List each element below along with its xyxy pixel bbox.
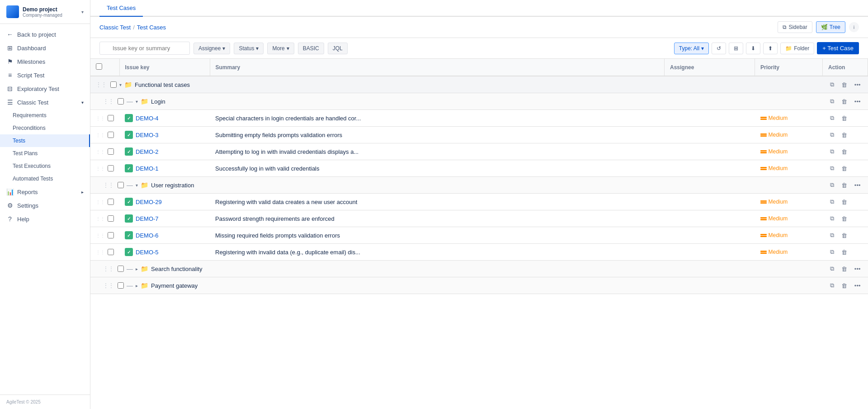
sidebar-item-automated-tests[interactable]: Automated Tests bbox=[0, 172, 90, 185]
group-copy-button-login[interactable]: ⧉ bbox=[828, 97, 836, 106]
group-checkbox-payment[interactable] bbox=[118, 282, 124, 289]
test-key-link-demo3[interactable]: DEMO-3 bbox=[136, 132, 159, 138]
drag-handle-icon-demo3[interactable]: ⋮⋮ bbox=[96, 133, 105, 138]
group-checkbox-user-reg[interactable] bbox=[118, 182, 124, 188]
group-more-button-functional[interactable]: ••• bbox=[853, 80, 863, 89]
group-expand-icon-search[interactable]: ▸ bbox=[136, 266, 138, 271]
row-delete-button-demo2[interactable]: 🗑 bbox=[840, 147, 849, 156]
row-delete-button-demo6[interactable]: 🗑 bbox=[840, 231, 849, 240]
tree-toggle-button[interactable]: 🌿 Tree bbox=[816, 21, 845, 33]
drag-handle-icon-user-reg[interactable]: ⋮⋮ bbox=[103, 182, 114, 188]
group-delete-button-payment[interactable]: 🗑 bbox=[840, 281, 849, 290]
add-test-case-button[interactable]: + Test Case bbox=[817, 42, 859, 54]
test-key-link-demo2[interactable]: DEMO-2 bbox=[136, 148, 159, 155]
test-key-link-demo29[interactable]: DEMO-29 bbox=[136, 199, 162, 205]
row-copy-button-demo2[interactable]: ⧉ bbox=[828, 147, 836, 156]
group-expand-icon-user-reg[interactable]: ▾ bbox=[136, 183, 138, 188]
row-copy-button-demo1[interactable]: ⧉ bbox=[828, 164, 836, 173]
refresh-button[interactable]: ↺ bbox=[712, 43, 726, 54]
group-expand-icon-payment[interactable]: ▸ bbox=[136, 283, 138, 288]
row-checkbox-demo5[interactable] bbox=[108, 249, 114, 255]
group-more-button-user-reg[interactable]: ••• bbox=[853, 181, 863, 190]
row-copy-button-demo5[interactable]: ⧉ bbox=[828, 247, 836, 257]
sidebar-item-exploratory-test[interactable]: ⊟ Exploratory Test bbox=[0, 82, 90, 95]
group-copy-button-functional[interactable]: ⧉ bbox=[828, 80, 836, 89]
test-key-link-demo5[interactable]: DEMO-5 bbox=[136, 249, 159, 256]
group-delete-button-user-reg[interactable]: 🗑 bbox=[840, 181, 849, 190]
row-delete-button-demo4[interactable]: 🗑 bbox=[840, 114, 849, 123]
row-delete-button-demo1[interactable]: 🗑 bbox=[840, 164, 849, 173]
drag-handle-icon-demo5[interactable]: ⋮⋮ bbox=[96, 250, 105, 255]
drag-handle-icon-demo4[interactable]: ⋮⋮ bbox=[96, 116, 105, 121]
drag-handle-icon-demo6[interactable]: ⋮⋮ bbox=[96, 233, 105, 238]
row-copy-button-demo3[interactable]: ⧉ bbox=[828, 130, 836, 139]
upload-button[interactable]: ⬆ bbox=[763, 43, 778, 54]
sidebar-item-dashboard[interactable]: ⊞ Dashboard bbox=[0, 41, 90, 55]
assignee-filter-button[interactable]: Assignee ▾ bbox=[193, 43, 230, 54]
group-copy-button-search[interactable]: ⧉ bbox=[828, 264, 836, 273]
group-more-button-payment[interactable]: ••• bbox=[853, 281, 863, 290]
sidebar-back-to-project[interactable]: ← Back to project bbox=[0, 28, 90, 41]
tab-test-cases[interactable]: Test Cases bbox=[99, 0, 143, 17]
row-delete-button-demo29[interactable]: 🗑 bbox=[840, 197, 849, 206]
row-delete-button-demo3[interactable]: 🗑 bbox=[840, 130, 849, 139]
test-key-link-demo1[interactable]: DEMO-1 bbox=[136, 165, 159, 172]
drag-handle-icon-search[interactable]: ⋮⋮ bbox=[103, 266, 114, 272]
drag-handle-icon-demo29[interactable]: ⋮⋮ bbox=[96, 200, 105, 204]
group-expand-icon-login[interactable]: ▾ bbox=[136, 99, 138, 104]
folder-button[interactable]: 📁 Folder bbox=[780, 43, 814, 54]
sidebar-item-classic-test[interactable]: ☰ Classic Test ▾ bbox=[0, 95, 90, 109]
sidebar-item-tests[interactable]: Tests bbox=[0, 134, 90, 147]
drag-handle-icon-payment[interactable]: ⋮⋮ bbox=[103, 282, 114, 289]
group-more-button-search[interactable]: ••• bbox=[853, 264, 863, 273]
breadcrumb-current[interactable]: Test Cases bbox=[137, 24, 166, 31]
group-checkbox-search[interactable] bbox=[118, 266, 124, 272]
row-copy-button-demo29[interactable]: ⧉ bbox=[828, 197, 836, 206]
columns-button[interactable]: ⊞ bbox=[729, 43, 743, 54]
sidebar-toggle-button[interactable]: ⧉ Sidebar bbox=[778, 21, 812, 33]
group-delete-button-login[interactable]: 🗑 bbox=[840, 97, 849, 106]
group-copy-button-user-reg[interactable]: ⧉ bbox=[828, 181, 836, 190]
sidebar-item-requirements[interactable]: Requirements bbox=[0, 109, 90, 122]
group-delete-button-functional[interactable]: 🗑 bbox=[840, 80, 849, 89]
row-copy-button-demo7[interactable]: ⧉ bbox=[828, 214, 836, 223]
status-filter-button[interactable]: Status ▾ bbox=[234, 43, 264, 54]
row-checkbox-demo2[interactable] bbox=[108, 148, 114, 155]
test-key-link-demo6[interactable]: DEMO-6 bbox=[136, 232, 159, 239]
group-delete-button-search[interactable]: 🗑 bbox=[840, 264, 849, 273]
row-copy-button-demo4[interactable]: ⧉ bbox=[828, 114, 836, 123]
sidebar-item-help[interactable]: ? Help bbox=[0, 212, 90, 226]
drag-handle-icon-demo7[interactable]: ⋮⋮ bbox=[96, 216, 105, 221]
download-button[interactable]: ⬇ bbox=[746, 43, 760, 54]
test-key-link-demo7[interactable]: DEMO-7 bbox=[136, 215, 159, 222]
group-expand-icon-functional[interactable]: ▾ bbox=[119, 82, 122, 87]
group-more-button-login[interactable]: ••• bbox=[853, 97, 863, 106]
drag-handle-icon-demo1[interactable]: ⋮⋮ bbox=[96, 166, 105, 171]
row-checkbox-demo4[interactable] bbox=[108, 115, 114, 121]
drag-handle-icon-login[interactable]: ⋮⋮ bbox=[103, 98, 114, 105]
row-delete-button-demo7[interactable]: 🗑 bbox=[840, 214, 849, 223]
sidebar-item-test-plans[interactable]: Test Plans bbox=[0, 147, 90, 160]
group-checkbox-login[interactable] bbox=[118, 98, 124, 105]
breadcrumb-parent[interactable]: Classic Test bbox=[99, 24, 131, 31]
row-checkbox-demo7[interactable] bbox=[108, 215, 114, 222]
sidebar-item-script-test[interactable]: ≡ Script Test bbox=[0, 68, 90, 82]
row-checkbox-demo3[interactable] bbox=[108, 132, 114, 138]
sidebar-item-preconditions[interactable]: Preconditions bbox=[0, 122, 90, 134]
sidebar-item-milestones[interactable]: ⚑ Milestones bbox=[0, 55, 90, 68]
test-key-link-demo4[interactable]: DEMO-4 bbox=[136, 115, 159, 122]
project-chevron-icon[interactable]: ▾ bbox=[81, 10, 84, 14]
sidebar-item-reports[interactable]: 📊 Reports ▸ bbox=[0, 185, 90, 199]
search-input[interactable] bbox=[99, 42, 190, 55]
row-checkbox-demo6[interactable] bbox=[108, 232, 114, 238]
more-filter-button[interactable]: More ▾ bbox=[267, 43, 294, 54]
drag-handle-icon[interactable]: ⋮⋮ bbox=[96, 81, 107, 88]
info-button[interactable]: i bbox=[849, 22, 859, 32]
row-checkbox-demo29[interactable] bbox=[108, 199, 114, 205]
group-copy-button-payment[interactable]: ⧉ bbox=[828, 281, 836, 290]
select-all-checkbox[interactable] bbox=[96, 63, 102, 70]
row-delete-button-demo5[interactable]: 🗑 bbox=[840, 247, 849, 257]
row-checkbox-demo1[interactable] bbox=[108, 165, 114, 171]
type-select[interactable]: Type: All ▾ bbox=[674, 43, 709, 54]
group-checkbox-functional[interactable] bbox=[110, 81, 117, 88]
